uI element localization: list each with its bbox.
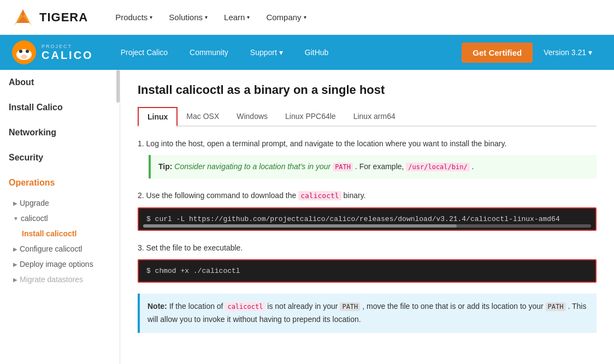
sidebar-item-networking[interactable]: Networking [0,120,120,145]
tip-example-path: /usr/local/bin/ [406,163,469,171]
svg-point-7 [21,55,27,59]
operations-subnav: ▶ Upgrade ▼ calicoctl Install calicoctl … [0,195,120,290]
github-nav[interactable]: GitHub [294,48,340,57]
note-code1: calicoctl [225,302,265,311]
sidebar-item-operations[interactable]: Operations [0,170,120,195]
sidebar-deploy-image-options[interactable]: ▶ Deploy image options [9,256,111,272]
code-block-chmod[interactable]: $ chmod +x ./calicoctl [138,259,597,283]
upgrade-arrow: ▶ [13,200,17,206]
calico-mascot-icon [11,39,37,65]
community-nav[interactable]: Community [179,48,239,57]
svg-point-6 [26,50,29,53]
calico-navigation-bar: PROJECT CALICO Project Calico Community … [0,35,614,70]
configure-calicoctl-arrow: ▶ [13,246,17,252]
brand-logo[interactable]: TIGERA [11,7,88,28]
products-nav[interactable]: Products ▾ [115,13,152,22]
tip-period: . [472,162,474,171]
note-text3: , move the file to one that is or add it… [362,302,544,311]
step-1: 1. Log into the host, open a terminal pr… [138,138,597,178]
get-certified-button[interactable]: Get Certified [462,43,533,63]
solutions-nav[interactable]: Solutions ▾ [169,13,208,22]
svg-point-5 [19,50,22,53]
sidebar-upgrade[interactable]: ▶ Upgrade [9,195,111,211]
code-block-curl[interactable]: $ curl -L https://github.com/projectcali… [138,207,597,231]
top-navigation: TIGERA Products ▾ Solutions ▾ Learn ▾ Co… [0,0,614,35]
main-content: Install calicoctl as a binary on a singl… [120,70,614,364]
step-1-text: 1. Log into the host, open a terminal pr… [138,138,597,150]
version-selector[interactable]: Version 3.21 ▾ [533,48,603,57]
company-nav-arrow: ▾ [304,14,306,20]
sidebar-item-security[interactable]: Security [0,145,120,170]
brand-name: TIGERA [39,10,88,25]
sidebar-calicoctl[interactable]: ▼ calicoctl [9,211,111,226]
learn-nav-arrow: ▾ [247,14,250,20]
tip-box: Tip: Consider navigating to a location t… [149,155,597,178]
support-nav[interactable]: Support ▾ [239,48,294,57]
calico-logo[interactable]: PROJECT CALICO [11,39,93,65]
tab-windows[interactable]: Windows [228,107,276,127]
tab-linux-arm64[interactable]: Linux arm64 [345,107,404,127]
note-path2: PATH [546,302,566,311]
sidebar-configure-calicoctl[interactable]: ▶ Configure calicoctl [9,241,111,256]
tab-linux[interactable]: Linux [138,107,178,127]
note-text1: If the location of [169,302,223,311]
tip-text2: . For example, [355,162,406,171]
migrate-datastores-arrow: ▶ [13,277,17,283]
os-tab-bar: Linux Mac OSX Windows Linux PPC64le Linu… [138,107,597,127]
chmod-command: $ chmod +x ./calicoctl [146,267,240,275]
note-box: Note: If the location of calicoctl is no… [138,294,597,333]
project-calico-nav[interactable]: Project Calico [110,48,179,57]
page-title: Install calicoctl as a binary on a singl… [138,83,597,97]
solutions-nav-arrow: ▾ [205,14,208,20]
step-3-text: 3. Set the file to be executable. [138,242,597,254]
note-text2: is not already in your [267,302,338,311]
main-layout: About Install Calico Networking Security… [0,70,614,364]
step-2-inline-code: calicoctl [298,191,341,200]
sidebar-item-install-calico[interactable]: Install Calico [0,95,120,120]
learn-nav[interactable]: Learn ▾ [224,13,250,22]
tip-label: Tip: [158,162,174,171]
deploy-image-arrow: ▶ [13,261,17,267]
sidebar: About Install Calico Networking Security… [0,70,120,364]
sidebar-scrollbar[interactable] [116,70,120,103]
tiger-icon [11,7,35,28]
calicoctl-arrow: ▼ [13,216,19,222]
step-2-text: 2. Use the following command to download… [138,189,597,202]
code-scroll-thumb [143,224,457,228]
tab-linux-ppc64le[interactable]: Linux PPC64le [276,107,345,127]
note-label: Note: [147,302,167,311]
sidebar-migrate-datastores[interactable]: ▶ Migrate datastores [9,272,111,287]
sidebar-install-calicoctl[interactable]: Install calicoctl [9,226,111,241]
tip-path-code: PATH [333,163,353,171]
code-scrollbar[interactable] [143,224,591,228]
support-nav-arrow: ▾ [279,48,283,57]
tip-text: Consider navigating to a location that's… [174,162,333,171]
company-nav[interactable]: Company ▾ [266,13,306,22]
products-nav-arrow: ▾ [150,14,152,20]
tab-macosx[interactable]: Mac OSX [178,107,228,127]
version-arrow: ▾ [588,48,592,57]
step-3: 3. Set the file to be executable. $ chmo… [138,242,597,283]
sidebar-item-about[interactable]: About [0,70,120,95]
curl-command: $ curl -L https://github.com/projectcali… [146,215,560,223]
step-2: 2. Use the following command to download… [138,189,597,231]
note-path1: PATH [340,302,360,311]
